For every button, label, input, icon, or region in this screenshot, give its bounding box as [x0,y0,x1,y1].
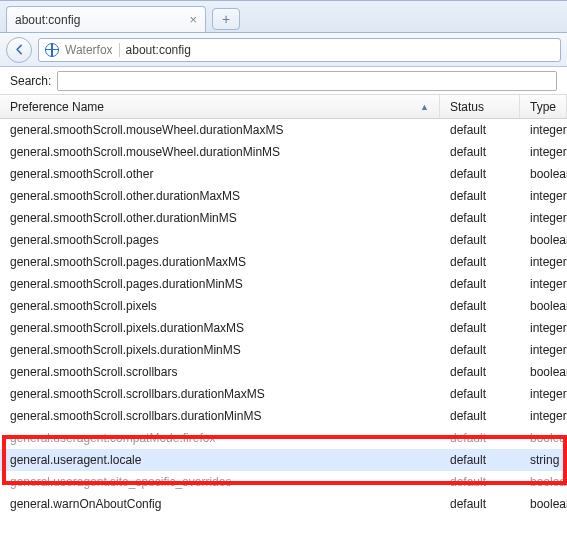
pref-name: general.smoothScroll.pages.durationMinMS [0,277,440,291]
pref-name: general.smoothScroll.mouseWheel.duration… [0,123,440,137]
pref-type: integer [520,211,567,225]
pref-type: boolean [520,299,567,313]
table-row[interactable]: general.smoothScroll.scrollbarsdefaultbo… [0,361,567,383]
table-header: Preference Name ▲ Status Type [0,95,567,119]
back-button[interactable] [6,37,32,63]
table-row[interactable]: general.warnOnAboutConfigdefaultboolean [0,493,567,515]
table-row[interactable]: general.smoothScroll.pages.durationMaxMS… [0,251,567,273]
pref-name: general.smoothScroll.scrollbars [0,365,440,379]
table-row[interactable]: general.smoothScroll.scrollbars.duration… [0,383,567,405]
pref-status: default [440,211,520,225]
pref-type: boolean [520,475,567,489]
site-identity-label: Waterfox [65,43,120,57]
pref-status: default [440,167,520,181]
globe-icon [45,43,59,57]
pref-name: general.smoothScroll.pages.durationMaxMS [0,255,440,269]
pref-type: integer [520,321,567,335]
pref-status: default [440,453,520,467]
pref-status: default [440,189,520,203]
pref-name: general.smoothScroll.mouseWheel.duration… [0,145,440,159]
pref-type: integer [520,123,567,137]
table-row[interactable]: general.smoothScroll.otherdefaultboolean [0,163,567,185]
pref-name: general.useragent.site_specific_override… [0,475,440,489]
pref-status: default [440,255,520,269]
pref-type: boolean [520,167,567,181]
pref-status: default [440,299,520,313]
url-text: about:config [126,43,191,57]
pref-name: general.useragent.compatMode.firefox [0,431,440,445]
pref-type: boolean [520,497,567,511]
pref-status: default [440,321,520,335]
pref-status: default [440,497,520,511]
new-tab-button[interactable]: + [212,8,240,30]
pref-status: default [440,277,520,291]
table-row[interactable]: general.smoothScroll.mouseWheel.duration… [0,119,567,141]
pref-status: default [440,431,520,445]
table-row[interactable]: general.smoothScroll.pages.durationMinMS… [0,273,567,295]
pref-type: boolean [520,431,567,445]
arrow-left-icon [13,43,26,56]
column-header-name[interactable]: Preference Name ▲ [0,95,440,118]
pref-name: general.smoothScroll.other [0,167,440,181]
search-row: Search: [0,67,567,95]
pref-content: Preference Name ▲ Status Type general.sm… [0,95,567,515]
table-row[interactable]: general.smoothScroll.other.durationMaxMS… [0,185,567,207]
search-input[interactable] [57,71,557,91]
pref-status: default [440,233,520,247]
tab-about-config[interactable]: about:config × [6,6,206,32]
pref-status: default [440,145,520,159]
pref-status: default [440,475,520,489]
pref-name: general.smoothScroll.scrollbars.duration… [0,409,440,423]
sort-asc-icon: ▲ [420,102,429,112]
pref-status: default [440,409,520,423]
table-row[interactable]: general.useragent.compatMode.firefoxdefa… [0,427,567,449]
pref-type: integer [520,189,567,203]
pref-status: default [440,365,520,379]
column-header-status[interactable]: Status [440,95,520,118]
pref-name: general.smoothScroll.scrollbars.duration… [0,387,440,401]
pref-name: general.smoothScroll.pixels.durationMaxM… [0,321,440,335]
pref-type: integer [520,387,567,401]
pref-status: default [440,387,520,401]
pref-type: integer [520,255,567,269]
table-row[interactable]: general.useragent.site_specific_override… [0,471,567,493]
table-body: general.smoothScroll.mouseWheel.duration… [0,119,567,515]
pref-type: boolean [520,365,567,379]
table-row[interactable]: general.smoothScroll.pagesdefaultboolean [0,229,567,251]
table-row[interactable]: general.useragent.localedefaultstring [0,449,567,471]
pref-type: boolean [520,233,567,247]
tab-title: about:config [15,13,80,27]
table-row[interactable]: general.smoothScroll.pixelsdefaultboolea… [0,295,567,317]
table-row[interactable]: general.smoothScroll.other.durationMinMS… [0,207,567,229]
pref-status: default [440,343,520,357]
url-bar[interactable]: Waterfox about:config [38,38,561,62]
pref-name: general.smoothScroll.pages [0,233,440,247]
pref-type: integer [520,409,567,423]
pref-type: integer [520,277,567,291]
pref-name: general.smoothScroll.pixels.durationMinM… [0,343,440,357]
nav-bar: Waterfox about:config [0,33,567,67]
pref-type: string [520,453,567,467]
pref-name: general.smoothScroll.other.durationMaxMS [0,189,440,203]
table-row[interactable]: general.smoothScroll.mouseWheel.duration… [0,141,567,163]
table-row[interactable]: general.smoothScroll.pixels.durationMaxM… [0,317,567,339]
table-row[interactable]: general.smoothScroll.pixels.durationMinM… [0,339,567,361]
pref-type: integer [520,145,567,159]
pref-type: integer [520,343,567,357]
pref-status: default [440,123,520,137]
pref-name: general.useragent.locale [0,453,440,467]
pref-name: general.smoothScroll.other.durationMinMS [0,211,440,225]
close-icon[interactable]: × [189,13,197,26]
tab-bar: about:config × + [0,1,567,33]
search-label: Search: [10,74,51,88]
pref-table: Preference Name ▲ Status Type general.sm… [0,95,567,515]
pref-name: general.smoothScroll.pixels [0,299,440,313]
table-row[interactable]: general.smoothScroll.scrollbars.duration… [0,405,567,427]
pref-name: general.warnOnAboutConfig [0,497,440,511]
column-header-type[interactable]: Type [520,95,567,118]
